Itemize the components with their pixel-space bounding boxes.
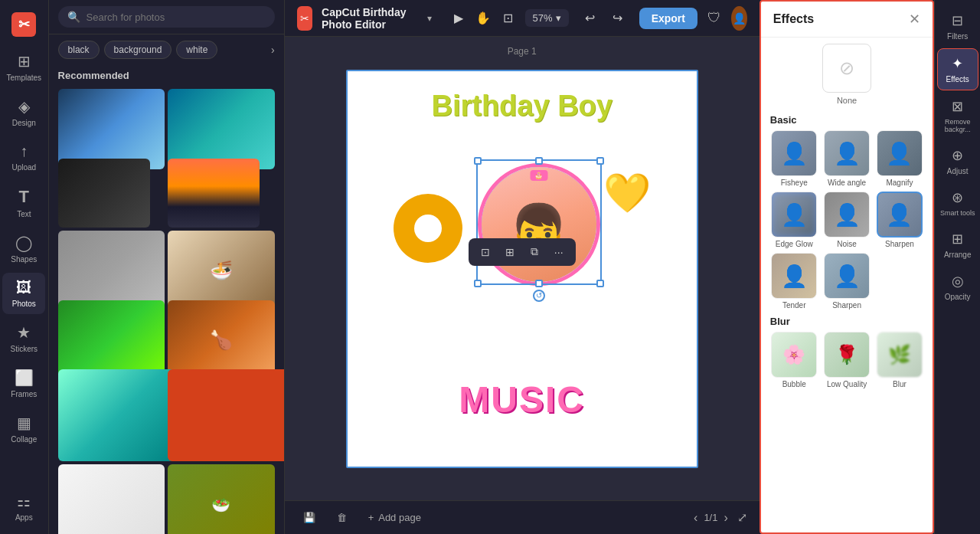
resize-button[interactable]: ⊡ [500,6,515,31]
sidebar-item-photos[interactable]: 🖼 Photos [2,273,45,314]
photo-thumb-12[interactable]: 🥗 [168,464,275,534]
right-item-filters[interactable]: ⊟ Filters [937,6,978,47]
sidebar-item-upload[interactable]: ↑ Upload [2,136,45,178]
effect-item-sharpen-1[interactable]: 👤 Sharpen [876,192,924,248]
handle-bottom-right[interactable] [596,280,604,287]
fullscreen-btn[interactable]: ⤢ [737,510,747,525]
photo-thumb-3[interactable] [58,159,150,228]
effect-item-fisheye[interactable]: 👤 Fisheye [770,130,818,187]
effect-thumb-tender: 👤 [771,253,817,299]
save-icon: 💾 [303,512,315,523]
blur-effects-grid: 🌸 Bubble 🌹 Low Quality 🌿 Blur [770,332,924,388]
birthday-text: Birthday Boy [431,90,612,123]
sidebar-item-collage[interactable]: ▦ Collage [2,408,45,450]
photo-frame[interactable]: 👦 🎂 [478,163,600,286]
play-button[interactable]: ▶ [450,6,466,31]
filters-icon: ⊟ [952,12,963,29]
sidebar-item-design[interactable]: ◈ Design [2,91,45,133]
add-page-btn[interactable]: + Add page [362,509,427,526]
effect-item-sharpen-2[interactable]: 👤 Sharpen [823,253,871,310]
search-input[interactable] [87,11,266,23]
right-item-remove-bg[interactable]: ⊠ Remove backgr... [937,92,978,139]
zoom-dropdown-icon: ▾ [556,12,561,24]
next-page-btn[interactable]: › [724,511,727,525]
float-copy-btn[interactable]: ⧉ [524,241,545,263]
sidebar-item-stickers[interactable]: ★ Stickers [2,317,45,359]
project-dropdown-icon[interactable]: ▾ [427,13,432,24]
effect-item-magnify[interactable]: 👤 Magnify [876,130,924,187]
plus-icon: + [368,512,374,523]
effect-label-sharpen-2: Sharpen [832,301,861,310]
effect-item-bubble[interactable]: 🌸 Bubble [770,332,818,388]
effect-item-tender[interactable]: 👤 Tender [770,253,818,310]
sidebar-item-frames[interactable]: ⬜ Frames [2,362,45,405]
delete-page-btn[interactable]: 🗑 [331,509,353,526]
handle-bottom-left[interactable] [474,280,482,287]
redo-button[interactable]: ↪ [606,6,630,31]
rotate-handle[interactable]: ↺ [533,290,545,302]
photo-thumb-9[interactable] [58,369,181,461]
effect-item-low-quality[interactable]: 🌹 Low Quality [823,332,871,388]
right-item-smart-tools[interactable]: ⊛ Smart tools [937,183,978,223]
photo-thumb-6[interactable]: 🍜 [168,231,275,311]
photo-thumb-7[interactable] [58,300,165,381]
effect-item-blur[interactable]: 🌿 Blur [876,332,924,388]
filter-tag-background[interactable]: background [104,41,172,59]
photo-thumb-4[interactable] [168,159,260,228]
right-item-opacity[interactable]: ◎ Opacity [937,267,978,307]
effects-close-btn[interactable]: ✕ [909,11,920,28]
design-icon: ◈ [18,97,30,116]
effect-none-box[interactable]: ⊘ [822,44,871,93]
effect-item-noise[interactable]: 👤 Noise [823,192,871,248]
float-crop-btn[interactable]: ⊡ [475,241,496,263]
handle-top-right[interactable] [596,157,604,165]
photo-thumb-1[interactable] [58,89,165,169]
right-item-arrange[interactable]: ⊞ Arrange [937,224,978,265]
float-more-btn[interactable]: ··· [548,241,570,263]
sidebar-item-shapes[interactable]: ◯ Shapes [2,228,45,270]
search-input-wrapper[interactable]: 🔍 [58,6,275,28]
effect-label-tender: Tender [782,301,806,310]
effects-header: Effects ✕ [761,2,933,38]
wide-preview: 👤 [825,131,869,175]
photo-thumb-2[interactable] [168,89,275,169]
zoom-control[interactable]: 57% ▾ [525,9,569,27]
right-item-effects[interactable]: ✦ Effects [937,48,978,90]
page-nav: ‹ 1/1 › [694,511,728,525]
bottom-bar: 💾 🗑 + Add page ‹ 1/1 › ⤢ [285,500,760,534]
filter-tag-black[interactable]: black [58,41,100,59]
photo-thumb-8[interactable]: 🍗 [168,300,275,381]
sidebar-label-shapes: Shapes [11,255,37,264]
effect-item-edge-glow[interactable]: 👤 Edge Glow [770,192,818,248]
sidebar-label-photos: Photos [12,300,36,308]
sidebar-item-logo[interactable]: ✂ [2,6,45,43]
right-item-adjust[interactable]: ⊕ Adjust [937,141,978,182]
sidebar-item-apps[interactable]: ⚏ Apps [2,486,45,528]
sidebar-item-text[interactable]: T Text [2,181,45,224]
photo-grid: 🍜 🍗 🥗 [49,86,284,534]
shapes-icon: ◯ [15,234,32,252]
shield-button[interactable]: 🛡 [707,6,722,31]
sidebar-label-text: Text [17,210,31,218]
save-page-btn[interactable]: 💾 [297,509,322,526]
bubble-preview: 🌸 [772,333,816,377]
hand-tool-button[interactable]: ✋ [475,6,491,31]
prev-page-btn[interactable]: ‹ [694,511,697,525]
handle-top-left[interactable] [474,157,482,165]
sidebar-label-frames: Frames [11,390,37,398]
page-label: Page 1 [508,46,537,57]
undo-button[interactable]: ↩ [578,6,603,31]
sidebar-item-templates[interactable]: ⊞ Templates [2,46,45,88]
export-button[interactable]: Export [639,8,697,29]
filter-tag-white[interactable]: white [176,41,217,59]
filter-arrow-icon[interactable]: › [271,44,275,56]
photo-thumb-5[interactable] [58,231,165,311]
effect-thumb-low-quality: 🌹 [824,332,870,378]
photo-thumb-11[interactable] [58,464,165,534]
photo-thumb-10[interactable] [168,369,284,461]
sidebar-label-collage: Collage [11,435,37,444]
user-avatar[interactable]: 👤 [731,6,746,31]
float-arrange-btn[interactable]: ⊞ [499,241,521,263]
effect-item-wide-angle[interactable]: 👤 Wide angle [823,130,871,187]
canvas[interactable]: Birthday Boy 👦 🎂 [346,70,698,468]
